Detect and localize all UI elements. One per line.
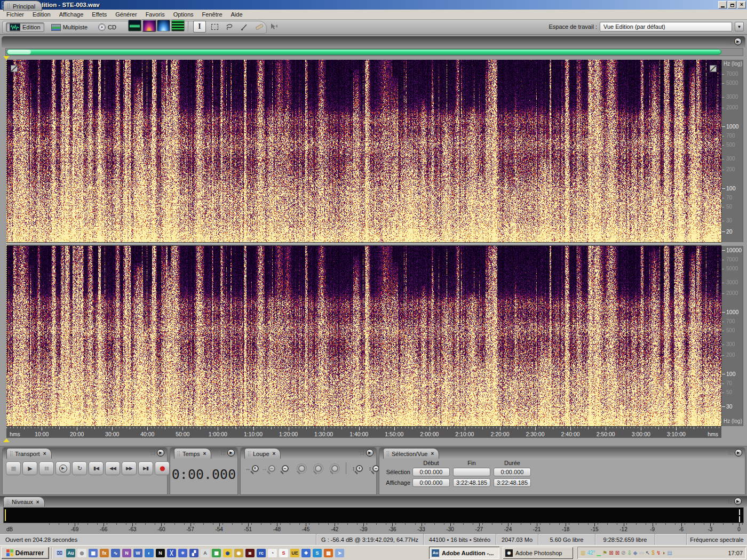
minimize-button[interactable] [718,1,727,9]
tray-mouse-icon[interactable]: ◆ [633,550,638,556]
panel-menu-icon[interactable]: ▶ [735,449,742,457]
quicklaunch-ultraedit-icon[interactable]: UE [290,549,299,557]
tray-power-icon[interactable]: ↯ [656,550,661,556]
panel-grip[interactable] [386,451,390,457]
affichage-debut-field[interactable]: 0:00.000 [412,478,450,487]
tray-blocked-icon[interactable]: ⊘ [621,550,625,556]
restore-button[interactable] [728,1,736,9]
spot-healing-brush-tool-button[interactable] [253,21,266,33]
close-button[interactable]: × [737,1,746,9]
quicklaunch-word-icon[interactable]: W [133,549,142,557]
tray-temperature-text[interactable]: 42° [587,550,595,556]
close-panel-icon[interactable]: × [431,451,434,457]
quicklaunch-browser-icon[interactable]: ◐ [145,549,154,557]
close-panel-icon[interactable]: × [203,451,206,457]
multipiste-view-button[interactable]: Multipiste [47,23,91,32]
zoom-out-full-button[interactable]: − [278,462,292,475]
tray-document-icon[interactable]: ▤ [667,550,672,556]
tray-meter-icon[interactable]: ▥ [581,550,585,556]
tray-minimized-strip-icon[interactable]: ▁ [597,550,601,556]
panel-menu-icon[interactable]: ▶ [157,449,164,457]
quicklaunch-sbp-icon[interactable]: S [279,549,288,557]
mode-waveform-button[interactable] [128,20,141,31]
zoom-out-horizontal-button[interactable]: − [261,462,275,475]
selection-lasso-tool-button[interactable] [223,21,236,33]
selection-debut-field[interactable]: 0:00.000 [412,468,450,476]
panel-menu-icon[interactable]: ▶ [227,449,235,457]
taskbar-button-adobeaudition[interactable]: AuAdobe Audition -... [429,547,499,559]
menu-item-effets[interactable]: Effets [88,10,111,19]
temps-panel-menu[interactable]: ▶ [221,449,235,457]
menu-item-favoris[interactable]: Favoris [141,10,169,19]
effects-paintbrush-tool-button[interactable] [238,21,251,33]
tray-currency-icon[interactable]: $ [651,550,655,556]
selection-time-tool-button[interactable]: I [193,21,206,33]
tray-network-offline-icon[interactable]: ⊠ [609,550,613,556]
edition-view-button[interactable]: Edition [6,22,44,32]
loop-play-button[interactable]: ↻ [72,461,87,475]
quicklaunch-keyboard-icon[interactable]: ⌧ [55,549,64,557]
tray-scanner-icon[interactable]: ◗ [662,550,665,556]
mode-spectral-pan-button[interactable] [171,20,185,31]
cd-view-button[interactable]: CD [94,22,120,32]
menu-item-options[interactable]: Options [169,10,198,19]
taskbar-button-adobephotoshop[interactable]: ◉Adobe Photoshop [503,547,573,559]
tab-loupe[interactable]: Loupe × [244,448,281,459]
niveaux-panel-menu[interactable]: ▶ [728,498,742,505]
menu-item-edition[interactable]: Edition [28,10,55,19]
main-panel-menu[interactable]: ▶ [728,38,742,45]
menu-item-generer[interactable]: Générer [111,10,141,19]
quicklaunch-netscape-icon[interactable]: N [156,549,165,557]
spectral-adjust-handle-left[interactable] [11,65,18,72]
stop-button[interactable]: ■ [6,461,21,475]
selection-fin-field[interactable] [453,468,490,476]
spectrogram-left-channel[interactable] [6,60,721,242]
tab-transport[interactable]: Transport × [6,448,52,459]
zoom-in-vertical-button[interactable]: + [351,462,364,475]
zoom-to-selection-left-button[interactable] [311,462,325,475]
quicklaunch-realplayer-icon[interactable]: rc [257,549,266,557]
affichage-fin-field[interactable]: 3:22:48.185 [453,478,490,487]
workspace-select[interactable]: Vue Edition (par défaut) [600,22,732,31]
quicklaunch-world1-icon[interactable]: ◉ [223,549,232,557]
tab-niveaux[interactable]: Niveaux × [3,497,45,507]
quicklaunch-fx-icon[interactable]: fx [100,549,109,557]
selection-duree-field[interactable]: 0:00.000 [494,468,531,476]
quicklaunch-calculator-icon[interactable]: ▦ [89,549,98,557]
quicklaunch-world2-icon[interactable]: ◉ [234,549,243,557]
close-panel-icon[interactable]: × [43,451,46,457]
scrub-tool-button[interactable] [268,21,281,33]
quicklaunch-excel-icon[interactable]: ▦ [212,549,221,557]
quicklaunch-directx-icon[interactable]: ╳ [167,549,176,557]
close-panel-icon[interactable]: × [36,499,39,505]
frequency-ruler-left-channel[interactable]: 7000500030002000100070050030020010070503… [721,60,743,242]
mode-spectral-phase-button[interactable] [157,20,170,31]
panel-menu-icon[interactable]: ▶ [366,449,374,457]
pause-button[interactable]: ▮▮ [39,461,54,475]
quicklaunch-shredder-icon[interactable]: ▞ [189,549,198,557]
workspace-dropdown-arrow[interactable]: ▼ [735,22,744,31]
tab-temps[interactable]: Temps × [174,448,211,459]
go-to-beginning-button[interactable]: ▮◀ [89,461,104,475]
time-ruler[interactable]: 10:0020:0030:0040:0050:001:00:001:10:001… [6,426,721,438]
scrollbar-left-handle[interactable] [7,50,31,54]
transport-panel-menu[interactable]: ▶ [150,449,164,457]
panel-menu-icon[interactable]: ▶ [734,38,742,45]
menu-item-fenetre[interactable]: Fenêtre [198,10,227,19]
play-from-cursor-button[interactable]: ▶ [55,461,70,475]
frequency-ruler-right-channel[interactable]: 1000070005000300020001000700500300200100… [721,246,743,426]
playhead-marker-top[interactable] [3,56,10,60]
go-to-end-button[interactable]: ▶▮ [138,461,153,475]
tray-update-icon[interactable]: ⇩ [627,550,631,556]
quicklaunch-draw-icon[interactable]: ∿ [111,549,120,557]
zoom-to-selection-right-button[interactable] [328,462,341,475]
horizontal-zoom-scrollbar[interactable] [5,48,743,56]
tab-selection-vue[interactable]: Sélection/Vue × [383,448,439,459]
quicklaunch-messenger-icon[interactable]: ❖ [301,549,311,557]
menu-item-aide[interactable]: Aide [227,10,247,19]
tray-flag-icon[interactable]: ⚑ [602,550,607,556]
affichage-duree-field[interactable]: 3:22:48.185 [494,478,531,487]
panel-grip[interactable] [248,451,251,457]
quicklaunch-compass-icon[interactable]: ◔ [268,549,277,557]
quicklaunch-player-icon[interactable]: ◍ [77,549,86,557]
